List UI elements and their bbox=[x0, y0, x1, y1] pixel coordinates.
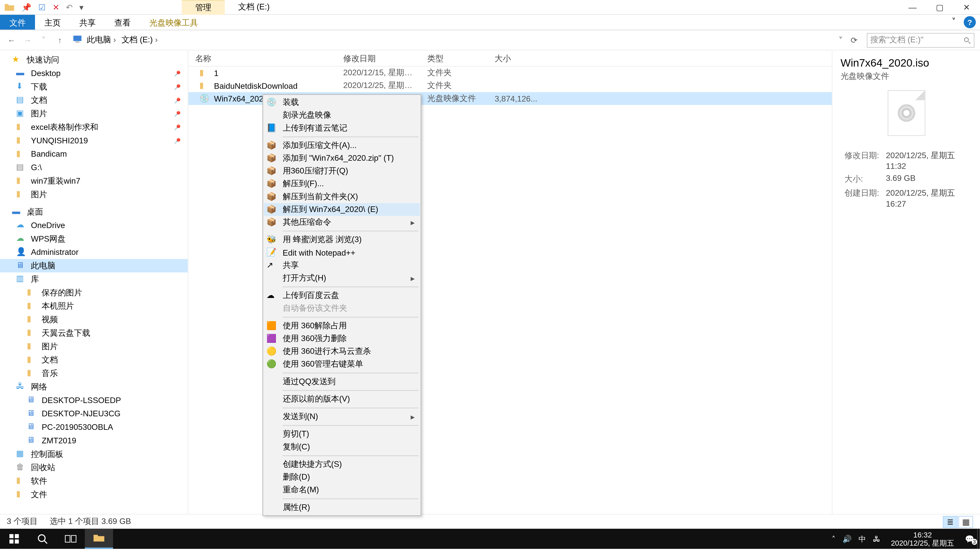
sidebar-network[interactable]: 🖧网络 bbox=[0, 380, 188, 394]
search-input[interactable]: 搜索"文档 (E:)" bbox=[867, 33, 974, 48]
system-tray[interactable]: ˄ 🔊 中 🖧 16:32 2020/12/25, 星期五 💬3 bbox=[829, 530, 977, 547]
breadcrumb-dropdown-icon[interactable]: ˅ bbox=[835, 35, 846, 44]
tab-view[interactable]: 查看 bbox=[105, 15, 140, 30]
context-menu-item[interactable]: 属性(R) bbox=[264, 501, 420, 514]
tab-disc-image-tools[interactable]: 光盘映像工具 bbox=[140, 15, 207, 30]
network-icon[interactable]: 🖧 bbox=[873, 535, 880, 543]
sidebar-item[interactable]: 🖥DESKTOP-NJEU3CG bbox=[0, 407, 188, 421]
close-button[interactable]: ✕ bbox=[953, 2, 980, 12]
sidebar-desktop[interactable]: ▬桌面 bbox=[0, 205, 188, 219]
sidebar-item[interactable]: ▮软件 bbox=[0, 474, 188, 488]
task-view-button[interactable] bbox=[57, 529, 85, 549]
sidebar-item[interactable]: ▮win7重装win7 bbox=[0, 174, 188, 188]
expand-ribbon-icon[interactable]: ˅ bbox=[948, 15, 959, 30]
minimize-button[interactable]: — bbox=[899, 2, 926, 12]
sidebar-item[interactable]: ▬Desktop📍 bbox=[0, 67, 188, 80]
up-button[interactable]: ↑ bbox=[54, 35, 66, 44]
header-type[interactable]: 类型 bbox=[421, 51, 488, 66]
context-menu-item[interactable]: 📝Edit with Notepad++ bbox=[264, 246, 420, 259]
context-menu-item[interactable]: 💿装载 bbox=[264, 96, 420, 109]
action-center-icon[interactable]: 💬3 bbox=[965, 534, 974, 543]
sidebar-item[interactable]: ▮Bandicam bbox=[0, 148, 188, 161]
file-row[interactable]: ▮1 2020/12/15, 星期二 1... 文件夹 bbox=[188, 67, 832, 79]
context-menu-item[interactable]: 📦用360压缩打开(Q) bbox=[264, 165, 420, 178]
sidebar-item[interactable]: ☁OneDrive bbox=[0, 219, 188, 232]
context-menu-item[interactable]: 删除(D) bbox=[264, 471, 420, 484]
navigation-pane[interactable]: ★快速访问 ▬Desktop📍 ⬇下载📍 ▤文档📍 ▣图片📍 ▮excel表格制… bbox=[0, 51, 188, 514]
sidebar-item[interactable]: 👤Administrator bbox=[0, 246, 188, 259]
context-menu-item[interactable]: 创建快捷方式(S) bbox=[264, 458, 420, 471]
context-menu-item[interactable]: 📦其他压缩命令▸ bbox=[264, 216, 420, 229]
help-button[interactable]: ? bbox=[964, 16, 976, 28]
sidebar-item[interactable]: ▮文档 bbox=[0, 353, 188, 367]
sidebar-item[interactable]: 🖥DESKTOP-LSSOEDP bbox=[0, 394, 188, 407]
sidebar-item[interactable]: ▥库 bbox=[0, 272, 188, 286]
breadcrumb-segment[interactable]: 文档 (E:) bbox=[120, 33, 159, 47]
context-menu-item[interactable]: 🐝用 蜂蜜浏览器 浏览(3) bbox=[264, 233, 420, 246]
delete-icon[interactable]: ✕ bbox=[52, 2, 59, 12]
sidebar-item[interactable]: ▮图片 bbox=[0, 188, 188, 201]
sidebar-quick-access[interactable]: ★快速访问 bbox=[0, 53, 188, 67]
sidebar-item[interactable]: ▮文件 bbox=[0, 488, 188, 501]
context-menu-item[interactable]: 复制(C) bbox=[264, 441, 420, 453]
sidebar-item[interactable]: ▤G:\ bbox=[0, 161, 188, 174]
context-menu-item[interactable]: 📘上传到有道云笔记 bbox=[264, 122, 420, 135]
volume-icon[interactable]: 🔊 bbox=[842, 534, 852, 543]
context-menu-item[interactable]: 剪切(T) bbox=[264, 428, 420, 441]
sidebar-recycle-bin[interactable]: 🗑回收站 bbox=[0, 461, 188, 474]
search-button[interactable] bbox=[28, 529, 57, 549]
undo-icon[interactable]: ↶ bbox=[66, 2, 73, 12]
ribbon-context-tab[interactable]: 管理 bbox=[182, 0, 225, 14]
refresh-button[interactable]: ⟳ bbox=[851, 35, 862, 44]
context-menu-item[interactable]: 📦解压到 Win7x64_2020\ (E) bbox=[264, 203, 420, 216]
sidebar-item[interactable]: ▮保存的图片 bbox=[0, 286, 188, 300]
ime-indicator[interactable]: 中 bbox=[859, 534, 866, 544]
context-menu-item[interactable]: 🟪使用 360强力删除 bbox=[264, 332, 420, 345]
checkmark-icon[interactable]: ☑ bbox=[38, 2, 46, 12]
forward-button[interactable]: → bbox=[21, 35, 33, 44]
context-menu-item[interactable]: ☁上传到百度云盘 bbox=[264, 289, 420, 302]
tab-file[interactable]: 文件 bbox=[0, 15, 35, 30]
taskbar[interactable]: ˄ 🔊 中 🖧 16:32 2020/12/25, 星期五 💬3 bbox=[0, 529, 980, 549]
sidebar-control-panel[interactable]: ▦控制面板 bbox=[0, 448, 188, 461]
sidebar-item[interactable]: ▮本机照片 bbox=[0, 299, 188, 313]
sidebar-item[interactable]: ▮视频 bbox=[0, 313, 188, 326]
context-menu-item[interactable]: 📦添加到压缩文件(A)... bbox=[264, 139, 420, 152]
column-headers[interactable]: 名称 修改日期 类型 大小 bbox=[188, 51, 832, 67]
recent-dropdown-icon[interactable]: ˅ bbox=[38, 35, 50, 44]
context-menu-item[interactable]: 还原以前的版本(V) bbox=[264, 393, 420, 406]
header-name[interactable]: 名称 bbox=[188, 51, 336, 66]
context-menu-item[interactable]: ↗共享 bbox=[264, 259, 420, 272]
tab-home[interactable]: 主页 bbox=[35, 15, 70, 30]
context-menu[interactable]: 💿装载刻录光盘映像📘上传到有道云笔记📦添加到压缩文件(A)...📦添加到 "Wi… bbox=[262, 94, 421, 516]
context-menu-item[interactable]: 重命名(M) bbox=[264, 484, 420, 496]
pin-icon[interactable]: 📌 bbox=[21, 2, 32, 12]
sidebar-item[interactable]: ▮excel表格制作求和📍 bbox=[0, 121, 188, 134]
details-view-button[interactable]: ≣ bbox=[943, 516, 958, 527]
back-button[interactable]: ← bbox=[5, 35, 18, 44]
sidebar-item[interactable]: ▮图片 bbox=[0, 340, 188, 353]
sidebar-item[interactable]: ☁WPS网盘 bbox=[0, 232, 188, 246]
file-row[interactable]: ▮BaiduNetdiskDownload 2020/12/25, 星期五 1.… bbox=[188, 79, 832, 92]
dropdown-icon[interactable]: ▾ bbox=[80, 2, 83, 12]
start-button[interactable] bbox=[0, 529, 28, 549]
sidebar-item[interactable]: ▣图片📍 bbox=[0, 107, 188, 121]
header-size[interactable]: 大小 bbox=[488, 51, 535, 66]
context-menu-item[interactable]: 🟡使用 360进行木马云查杀 bbox=[264, 345, 420, 358]
sidebar-item-this-pc[interactable]: 🖥此电脑 bbox=[0, 259, 188, 272]
context-menu-item[interactable]: 📦解压到(F)... bbox=[264, 178, 420, 190]
breadcrumb[interactable]: 此电脑 文档 (E:) bbox=[70, 32, 830, 48]
context-menu-item[interactable]: 刻录光盘映像 bbox=[264, 109, 420, 122]
tab-share[interactable]: 共享 bbox=[70, 15, 105, 30]
sidebar-item[interactable]: ▮天翼云盘下载 bbox=[0, 326, 188, 340]
sidebar-item[interactable]: 🖥ZMT2019 bbox=[0, 434, 188, 448]
breadcrumb-segment[interactable]: 此电脑 bbox=[86, 33, 118, 47]
sidebar-item[interactable]: ▮YUNQISHI2019📍 bbox=[0, 134, 188, 148]
sidebar-item[interactable]: 🖥PC-20190530OBLA bbox=[0, 421, 188, 434]
tray-chevron-icon[interactable]: ˄ bbox=[832, 534, 836, 543]
context-menu-item[interactable]: 通过QQ发送到 bbox=[264, 375, 420, 388]
header-date[interactable]: 修改日期 bbox=[337, 51, 421, 66]
context-menu-item[interactable]: 🟢使用 360管理右键菜单 bbox=[264, 358, 420, 371]
sidebar-item[interactable]: ▤文档📍 bbox=[0, 94, 188, 107]
show-desktop-button[interactable] bbox=[977, 529, 980, 549]
